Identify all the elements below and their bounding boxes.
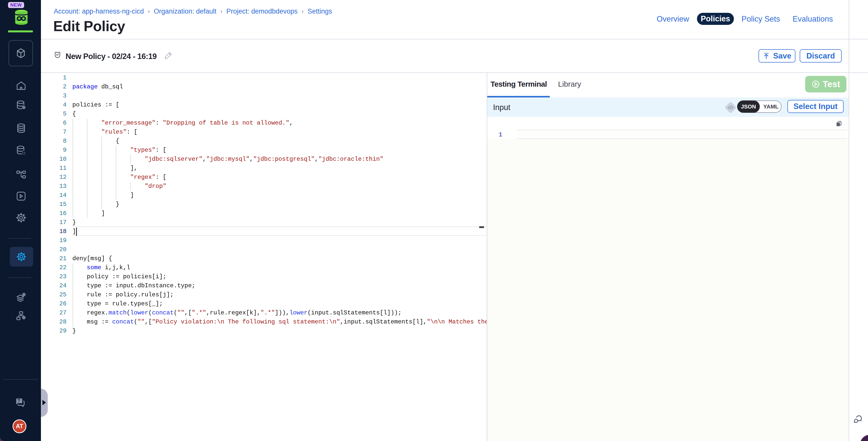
svg-text:?: ? [17, 398, 20, 403]
